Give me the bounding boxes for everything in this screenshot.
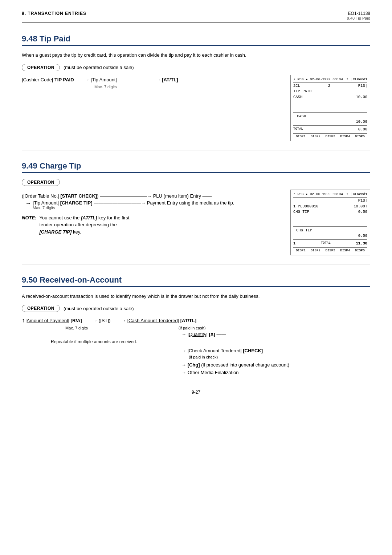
chg-key: [Chg] [188,362,200,368]
flow-950-main-row: ↑ |Amount of Payment| [R/A] ——→ ([ST]) —… [22,317,370,324]
receipt-949-footer: DISP1 DISP2 DISP3 DISP4 DISP5 [293,247,367,253]
payment-entry-text: Payment Entry using the media as the tip… [147,200,234,206]
note-label-949: NOTE: [22,214,36,236]
repeatable-note: Repeatable if multiple amounts are recei… [51,339,370,344]
flow-arrow-949-2: ——————————→ [94,200,146,206]
section-949-flow-row1: (|Order Table No.| [START CHECK]) ——————… [22,193,283,199]
section-949-note: NOTE: You cannot use the [AT/TL] key for… [22,214,283,236]
receipt-949-qty: 1 [293,241,295,246]
receipt-949-sep1 [293,226,367,227]
receipt-948-header-left: • REG ★ 02-06-1999 03:04 [293,77,343,82]
flow-arrow-949-1: ——————————→ [98,193,153,199]
receipt-949-chg-big-val: 0.50 [293,233,367,239]
section-950-desc: A received-on-account transaction is use… [22,293,370,300]
chg-arrow: → [181,362,186,368]
header-section-title: 9.48 Tip Paid [347,16,370,20]
section-950-flow: ↑ |Amount of Payment| [R/A] ——→ ([ST]) —… [22,317,370,375]
at-tl-key-948: [AT/TL] [162,77,178,82]
max-digits-948: Max. 7 digits [94,85,283,89]
receipt-949-disp5: DISP5 [355,248,365,253]
note-line3: [CHARGE TIP] key. [39,228,129,236]
operation-badge-948: OPERATION [22,64,60,71]
operation-badge-950: OPERATION [22,305,60,312]
check-amount-label: |Check Amount Tendered| [188,348,242,353]
charge-tip-key: [CHARGE TIP] [60,200,93,206]
receipt-948: • REG ★ 02-06-1999 03:04 1 |CLKend1 2CL … [290,75,370,141]
receipt-949-total-val: 11.30 [356,241,367,246]
section-949-flow-row2-main: |Tip Amount| [CHARGE TIP] ——————————→ Pa… [33,200,234,206]
receipt-949-spacer [293,215,367,225]
flow-950-arrow2: ——→ [112,318,126,323]
header-right: EO1-11138 9.48 Tip Paid [347,11,370,20]
section-949-flow-diagram: (|Order Table No.| [START CHECK]) ——————… [22,190,290,240]
receipt-948-disp2: DISP2 [311,134,320,139]
section-949-flow-area: (|Order Table No.| [START CHECK]) ——————… [22,190,370,255]
receipt-948-cash-big: CASH [293,114,367,119]
receipt-949-p1s-row: P1S| [293,198,367,203]
section-950-operation-row: OPERATION (must be operated outside a sa… [22,305,370,312]
flow-arrow2: ————————→ [118,77,160,82]
receipt-948-disp1: DISP1 [296,134,306,139]
section-948: 9.48 Tip Paid When a guest pays the tip … [22,34,370,141]
section-948-title: 9.48 Tip Paid [22,34,370,46]
cashier-code-label: |Cashier Code| [22,77,53,82]
at-tl-key-950: [AT/TL] [180,318,197,323]
page-footer: 9-27 [22,390,370,395]
max-digits-950: Max. 7 digits [65,326,88,330]
r-a-key: [R/A] [71,318,82,323]
receipt-949-chg-big: CHG TIP [293,228,367,233]
operation-note-948: (must be operated outside a sale) [64,65,134,70]
receipt-948-cash-big-val: 10.00 [293,119,367,125]
header-doc-number: EO1-11138 [347,11,370,16]
receipt-948-2: 2 [328,83,330,89]
flow-950-qty-row: → |Quantity| [X] —— [181,332,370,337]
receipt-949-disp1: DISP1 [296,248,306,253]
receipt-949-total-row: 1 TOTAL 11.30 [293,241,367,246]
page: 9. TRANSACTION ENTRIES EO1-11138 9.48 Ti… [0,0,392,555]
flow-950-sublabels: Max. 7 digits (if paid in cash) [65,326,370,330]
section-949: 9.49 Charge Tip OPERATION (|Order Table … [22,161,370,255]
quantity-label: |Quantity| [188,332,208,337]
section-950-title: 9.50 Received-on-Account [22,275,370,287]
receipt-949-plu-row: 1 PLU000010 10.00T [293,204,367,209]
note-content-949: You cannot use the [AT/TL] key for the f… [39,214,129,236]
page-number: 9-27 [192,390,200,395]
operation-badge-949: OPERATION [22,179,60,186]
flow-950-check-row: → |Check Amount Tendered| [CHECK] [181,348,370,353]
section-948-flow-row: |Cashier Code| TIP PAID ——→ |Tip Amount|… [22,77,283,82]
repeatable-text: Repeatable if multiple amounts are recei… [51,339,137,344]
receipt-949-disp3: DISP3 [325,248,335,253]
flow-950-arrow1: ——→ [83,318,97,323]
section-949-title: 9.49 Charge Tip [22,161,370,173]
max-digits-949: Max. 7 digits [33,206,234,210]
receipt-948-sep2 [293,125,367,126]
divider-949-950 [22,264,370,264]
receipt-949-p1s: P1S| [358,198,367,203]
order-table-label: (|Order Table No.| [START CHECK]) [22,193,98,199]
receipt-948-footer: DISP1 DISP2 DISP3 DISP4 DISP5 [293,133,367,139]
amount-of-payment-label: |Amount of Payment| [25,318,69,323]
receipt-948-total-label: TOTAL [293,127,303,132]
page-header: 9. TRANSACTION ENTRIES EO1-11138 9.48 Ti… [22,11,370,23]
flow-arrow-949-cont: —— [201,193,212,199]
receipt-949-disp4: DISP4 [340,248,350,253]
receipt-949-total-label: TOTAL [321,241,331,246]
receipt-949: • REG ★ 02-06-1999 03:04 1 |CLKend1 P1S|… [290,190,370,255]
receipt-949-header-left: • REG ★ 02-06-1999 03:04 [293,192,343,197]
max-digits-text-948: Max. 7 digits [94,85,283,89]
receipt-949-plu-val: 10.00T [354,204,367,209]
receipt-949-header: • REG ★ 02-06-1999 03:04 1 |CLKend1 [293,192,367,198]
section-948-flow-diagram: |Cashier Code| TIP PAID ——→ |Tip Amount|… [22,75,290,89]
flow-cont-arrow: → [25,200,31,207]
plu-entry-text: PLU (menu item) Entry [153,193,201,199]
section-949-operation-row: OPERATION [22,179,370,186]
check-arrow: → [181,348,186,353]
receipt-948-tippaid: TIP PAID [293,89,367,94]
chg-desc: (if processed into general charge accoun… [201,362,289,368]
receipt-948-header-right: 1 |CLKend1 [347,77,367,82]
flow-950-other-row: → Other Media Finalization [181,370,370,375]
header-section: 9. TRANSACTION ENTRIES [22,11,86,16]
qty-dash: —— [216,332,226,337]
section-950: 9.50 Received-on-Account A received-on-a… [22,275,370,376]
other-media-text: Other Media Finalization [188,370,239,375]
